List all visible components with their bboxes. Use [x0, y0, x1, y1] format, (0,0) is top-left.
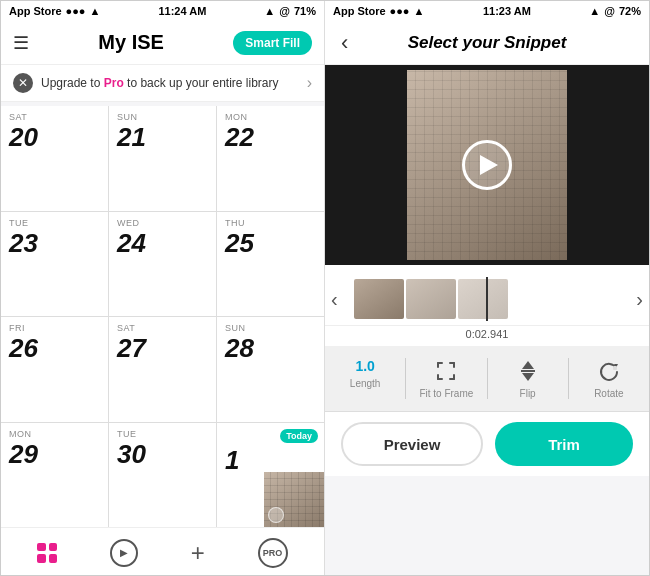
right-wifi-icon: ▲ [414, 5, 425, 17]
day-num-22: 22 [225, 124, 254, 150]
flip-up-arrow [522, 361, 534, 369]
right-status-bar: App Store ●●● ▲ 11:23 AM ▲ @ 72% [325, 1, 649, 21]
day-num-27: 27 [117, 335, 146, 361]
right-battery-icon: @ [604, 5, 615, 17]
cal-cell-29[interactable]: MON 29 [1, 423, 108, 528]
day-num-21: 21 [117, 124, 146, 150]
svg-rect-9 [613, 366, 617, 370]
promo-banner: ✕ Upgrade to Pro to back up your entire … [1, 65, 324, 102]
day-label-23: TUE [9, 218, 29, 228]
day-num-1: 1 [225, 447, 239, 473]
right-battery-percent: 72% [619, 5, 641, 17]
filmstrip-right-arrow[interactable]: › [630, 288, 649, 311]
left-time: 11:24 AM [158, 5, 206, 17]
day-label-24: WED [117, 218, 140, 228]
filmstrip-thumb-1 [354, 279, 404, 319]
preview-button[interactable]: Preview [341, 422, 483, 466]
thumbnail-cell-1 [264, 472, 324, 527]
right-status-left: App Store ●●● ▲ [333, 5, 424, 17]
tool-length[interactable]: 1.0 Length [325, 354, 405, 403]
left-panel: App Store ●●● ▲ 11:24 AM ▲ @ 71% ☰ My IS… [1, 1, 325, 576]
tool-rotate[interactable]: Rotate [569, 354, 649, 403]
day-label-25: THU [225, 218, 245, 228]
location-icon: ▲ [264, 5, 275, 17]
right-status-right: ▲ @ 72% [589, 5, 641, 17]
flip-down-arrow [522, 373, 534, 381]
thumb-circle-icon [268, 507, 284, 523]
cal-cell-22[interactable]: MON 22 [217, 106, 324, 211]
tool-flip[interactable]: Flip [488, 354, 568, 403]
pro-badge-icon: PRO [258, 538, 288, 568]
nav-pro-button[interactable]: PRO [250, 530, 296, 576]
day-num-28: 28 [225, 335, 254, 361]
nav-add-button[interactable]: + [183, 533, 213, 573]
filmstrip-thumb-2 [406, 279, 456, 319]
day-num-29: 29 [9, 441, 38, 467]
right-page-title: Select your Snippet [408, 33, 567, 53]
cal-cell-20[interactable]: SAT 20 [1, 106, 108, 211]
play-button-overlay[interactable] [462, 140, 512, 190]
length-value: 1.0 [355, 358, 374, 374]
signal-icon: ●●● [66, 5, 86, 17]
back-button[interactable]: ‹ [333, 26, 356, 60]
cal-cell-24[interactable]: WED 24 [109, 212, 216, 317]
day-label-30: TUE [117, 429, 137, 439]
flip-label: Flip [520, 388, 536, 399]
status-left: App Store ●●● ▲ [9, 5, 100, 17]
promo-arrow-icon[interactable]: › [307, 74, 312, 92]
length-label: Length [350, 378, 381, 389]
promo-close-button[interactable]: ✕ [13, 73, 33, 93]
cal-cell-25[interactable]: THU 25 [217, 212, 324, 317]
day-label-26: FRI [9, 323, 25, 333]
svg-rect-1 [437, 362, 439, 368]
day-label-27: SAT [117, 323, 135, 333]
svg-rect-5 [437, 374, 439, 380]
nav-grid-button[interactable] [29, 535, 65, 571]
day-label-20: SAT [9, 112, 27, 122]
day-num-25: 25 [225, 230, 254, 256]
day-num-26: 26 [9, 335, 38, 361]
video-thumbnail [407, 70, 567, 260]
play-triangle-icon [480, 155, 498, 175]
playhead [486, 277, 488, 321]
right-location-icon: ▲ [589, 5, 600, 17]
cal-cell-21[interactable]: SUN 21 [109, 106, 216, 211]
cal-cell-23[interactable]: TUE 23 [1, 212, 108, 317]
wifi-icon: ▲ [90, 5, 101, 17]
cal-cell-26[interactable]: FRI 26 [1, 317, 108, 422]
cal-cell-30[interactable]: TUE 30 [109, 423, 216, 528]
day-label-28: SUN [225, 323, 246, 333]
video-preview-area[interactable] [325, 65, 649, 265]
nav-play-button[interactable]: ▶ [102, 531, 146, 575]
promo-left: ✕ Upgrade to Pro to back up your entire … [13, 73, 278, 93]
fit-frame-label: Fit to Frame [419, 388, 473, 399]
day-num-24: 24 [117, 230, 146, 256]
timecode: 0:02.941 [325, 326, 649, 346]
hamburger-icon[interactable]: ☰ [13, 32, 29, 54]
cal-cell-1-today[interactable]: Today 1 [217, 423, 324, 528]
cal-cell-27[interactable]: SAT 27 [109, 317, 216, 422]
rotate-icon [598, 358, 620, 384]
day-num-30: 30 [117, 441, 146, 467]
flip-icon [521, 358, 535, 384]
action-row: Preview Trim [325, 412, 649, 476]
right-time: 11:23 AM [483, 5, 531, 17]
app-store-label-left: App Store [9, 5, 62, 17]
status-right: ▲ @ 71% [264, 5, 316, 17]
close-icon: ✕ [18, 76, 28, 90]
left-top-bar: ☰ My ISE Smart Fill [1, 21, 324, 65]
filmstrip-left-arrow[interactable]: ‹ [325, 288, 344, 311]
svg-rect-7 [453, 374, 455, 380]
smart-fill-button[interactable]: Smart Fill [233, 31, 312, 55]
trim-button[interactable]: Trim [495, 422, 633, 466]
left-status-bar: App Store ●●● ▲ 11:24 AM ▲ @ 71% [1, 1, 324, 21]
svg-rect-3 [453, 362, 455, 368]
cal-cell-28[interactable]: SUN 28 [217, 317, 324, 422]
battery-icon: @ [279, 5, 290, 17]
play-icon: ▶ [110, 539, 138, 567]
right-signal-icon: ●●● [390, 5, 410, 17]
filmstrip-track[interactable] [354, 277, 621, 321]
day-label-29: MON [9, 429, 32, 439]
tool-fit-frame[interactable]: Fit to Frame [406, 354, 486, 403]
day-label-21: SUN [117, 112, 138, 122]
